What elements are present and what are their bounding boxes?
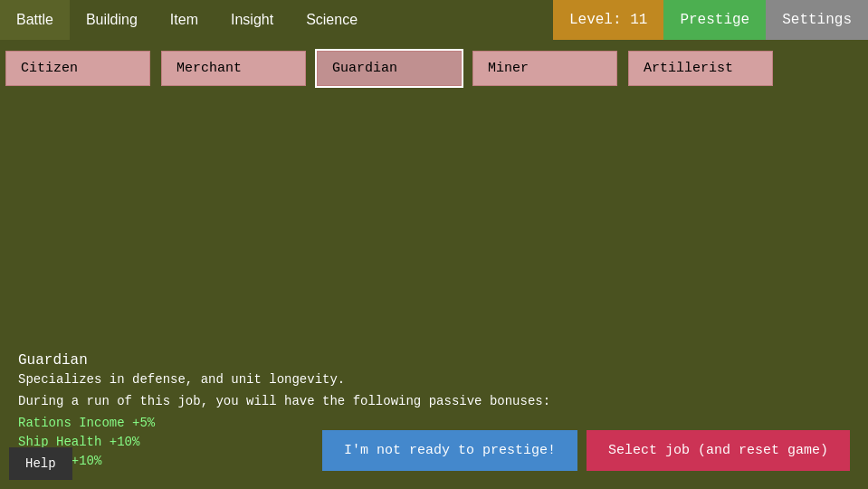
info-title: Guardian (18, 352, 850, 369)
nav-building[interactable]: Building (70, 0, 154, 40)
help-button[interactable]: Help (9, 447, 72, 480)
job-cards-row: Citizen Merchant Guardian Miner Artiller… (0, 40, 868, 90)
nav-item[interactable]: Item (154, 0, 215, 40)
bottom-buttons: I'm not ready to prestige! Select job (a… (322, 430, 850, 471)
prestige-button[interactable]: Prestige (663, 0, 766, 40)
info-passive-header: During a run of this job, you will have … (18, 394, 850, 408)
job-card-merchant[interactable]: Merchant (161, 51, 306, 86)
job-card-guardian[interactable]: Guardian (317, 51, 462, 86)
job-card-citizen[interactable]: Citizen (5, 51, 150, 86)
nav-battle[interactable]: Battle (0, 0, 70, 40)
nav-science[interactable]: Science (290, 0, 374, 40)
nav-bar: Battle Building Item Insight Science Lev… (0, 0, 868, 40)
level-badge: Level: 11 (553, 0, 663, 40)
not-ready-button[interactable]: I'm not ready to prestige! (322, 430, 577, 471)
job-card-artillerist[interactable]: Artillerist (628, 51, 773, 86)
select-job-button[interactable]: Select job (and reset game) (587, 430, 850, 471)
info-description: Specializes in defense, and unit longevi… (18, 372, 850, 387)
nav-spacer (374, 0, 553, 40)
job-card-miner[interactable]: Miner (472, 51, 617, 86)
nav-insight[interactable]: Insight (215, 0, 290, 40)
settings-button[interactable]: Settings (766, 0, 868, 40)
